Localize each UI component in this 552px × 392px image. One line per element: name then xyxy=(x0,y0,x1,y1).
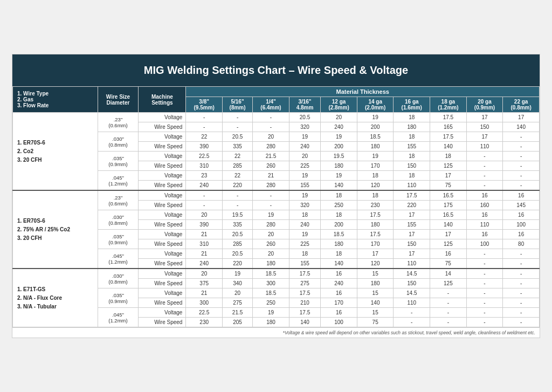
data-cell: - xyxy=(466,161,503,171)
header-th-10: 22 ga(0.8mm) xyxy=(503,97,540,113)
header-th-9: 20 ga(0.9mm) xyxy=(466,97,503,113)
data-cell: - xyxy=(466,269,503,279)
header-wire-size: Wire SizeDiameter xyxy=(98,87,139,113)
data-cell: 18 xyxy=(394,113,430,122)
data-cell: 155 xyxy=(394,142,430,152)
data-cell: 17 xyxy=(430,230,467,239)
data-cell: - xyxy=(466,171,503,181)
data-cell: 19 xyxy=(289,171,320,181)
data-cell: 19 xyxy=(253,308,289,318)
data-cell: 18 xyxy=(357,171,394,181)
data-cell: 180 xyxy=(394,122,430,132)
data-cell: 100 xyxy=(321,318,357,327)
data-cell: 20 xyxy=(253,230,289,239)
data-cell: 140 xyxy=(357,298,394,308)
data-cell: 200 xyxy=(321,220,357,230)
data-cell: - xyxy=(253,122,289,132)
data-cell: 18 xyxy=(394,171,430,181)
data-cell: 140 xyxy=(430,220,467,230)
data-cell: 17.5 xyxy=(394,190,430,201)
data-cell: 20.5 xyxy=(223,230,253,239)
footnote: *Voltage & wire speed will depend on oth… xyxy=(12,327,540,338)
data-cell: 19.5 xyxy=(321,152,357,161)
data-cell: 17 xyxy=(394,210,430,220)
data-cell: 260 xyxy=(253,161,289,171)
data-cell: 21.5 xyxy=(223,308,253,318)
data-cell: 180 xyxy=(357,142,394,152)
data-cell: 205 xyxy=(223,318,253,327)
data-cell: 20 xyxy=(223,288,253,298)
data-cell: 240 xyxy=(289,220,320,230)
data-cell: 155 xyxy=(289,181,320,191)
data-cell: 14.5 xyxy=(394,269,430,279)
data-cell: - xyxy=(503,308,540,318)
data-cell: 19 xyxy=(289,230,320,239)
data-cell: 16 xyxy=(466,190,503,201)
data-cell: - xyxy=(394,308,430,318)
data-cell: 18.5 xyxy=(357,132,394,142)
data-cell: 390 xyxy=(186,142,223,152)
data-cell: 22 xyxy=(223,171,253,181)
data-cell: 23 xyxy=(186,171,223,181)
data-cell: - xyxy=(503,171,540,181)
data-cell: 230 xyxy=(186,318,223,327)
data-cell: 19 xyxy=(289,132,320,142)
data-cell: 145 xyxy=(503,201,540,210)
data-cell: 19 xyxy=(321,132,357,142)
machine-label: Wire Speed xyxy=(139,161,186,171)
data-cell: 19 xyxy=(289,190,320,201)
data-cell: 220 xyxy=(223,181,253,191)
data-cell: - xyxy=(503,132,540,142)
data-cell: 225 xyxy=(289,239,320,249)
data-cell: - xyxy=(394,318,430,327)
data-cell: - xyxy=(466,318,503,327)
data-cell: 19 xyxy=(357,113,394,122)
data-cell: 390 xyxy=(186,220,223,230)
data-cell: - xyxy=(430,318,467,327)
data-cell: - xyxy=(253,201,289,210)
machine-label: Wire Speed xyxy=(139,142,186,152)
data-cell: 280 xyxy=(253,181,289,191)
header-row-top: 1. Wire Type2. Gas3. Flow Rate Wire Size… xyxy=(13,87,540,97)
data-cell: 335 xyxy=(223,142,253,152)
data-cell: 18 xyxy=(357,190,394,201)
data-cell: 120 xyxy=(357,259,394,269)
header-wire-type: 1. Wire Type2. Gas3. Flow Rate xyxy=(13,87,98,113)
data-cell: 21 xyxy=(186,249,223,259)
data-cell: - xyxy=(466,308,503,318)
settings-table: 1. Wire Type2. Gas3. Flow Rate Wire Size… xyxy=(12,86,540,327)
machine-label: Voltage xyxy=(139,190,186,201)
data-cell: - xyxy=(503,181,540,191)
data-cell: 21.5 xyxy=(253,152,289,161)
data-cell: 18 xyxy=(321,249,357,259)
data-cell: 17.5 xyxy=(289,269,320,279)
data-cell: 285 xyxy=(223,239,253,249)
data-cell: - xyxy=(466,298,503,308)
data-cell: 16 xyxy=(321,288,357,298)
data-cell: 165 xyxy=(430,122,467,132)
data-cell: 17 xyxy=(394,230,430,239)
data-cell: 240 xyxy=(321,279,357,288)
data-cell: 110 xyxy=(394,259,430,269)
data-cell: 210 xyxy=(289,298,320,308)
data-cell: - xyxy=(503,259,540,269)
machine-label: Voltage xyxy=(139,230,186,239)
data-cell: 75 xyxy=(430,259,467,269)
machine-label: Wire Speed xyxy=(139,122,186,132)
data-cell: 180 xyxy=(321,239,357,249)
data-cell: 20 xyxy=(289,152,320,161)
data-cell: 280 xyxy=(253,142,289,152)
data-cell: 16.5 xyxy=(430,190,467,201)
data-cell: 20 xyxy=(253,132,289,142)
data-cell: 280 xyxy=(253,220,289,230)
wire-size-0-3: .045"(1.2mm) xyxy=(98,171,139,191)
data-cell: 250 xyxy=(321,201,357,210)
data-cell: 140 xyxy=(321,259,357,269)
data-cell: 22 xyxy=(186,132,223,142)
data-cell: 18 xyxy=(289,249,320,259)
data-cell: - xyxy=(503,269,540,279)
data-cell: 17.5 xyxy=(430,132,467,142)
data-cell: 20 xyxy=(186,210,223,220)
machine-label: Wire Speed xyxy=(139,259,186,269)
data-cell: 75 xyxy=(357,318,394,327)
